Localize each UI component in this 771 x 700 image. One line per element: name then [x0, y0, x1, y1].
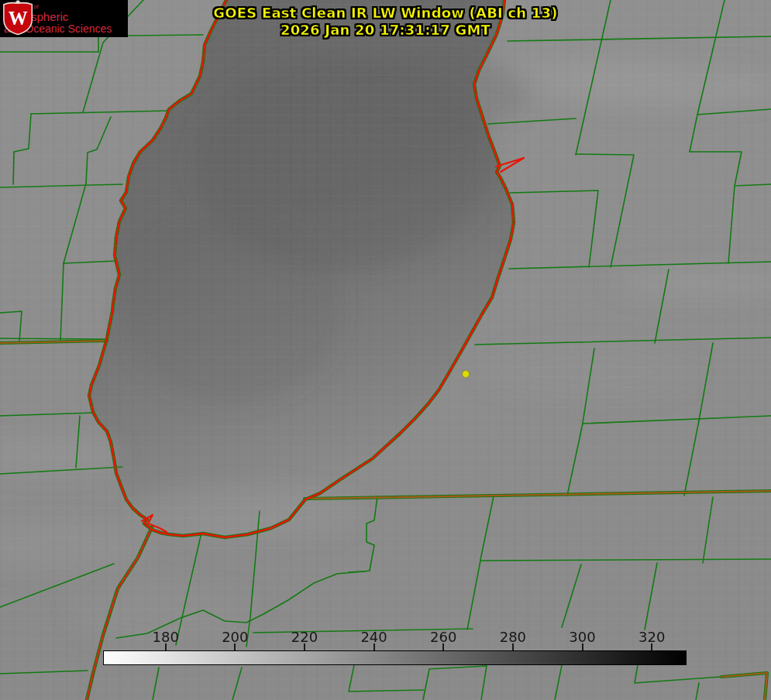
uw-aos-logo-bar: W Department of Atmospheric and Oceanic … [0, 0, 128, 37]
svg-text:W: W [9, 8, 28, 29]
satellite-image-viewport: 180200220240260280300320 W Department of… [0, 0, 771, 700]
uw-crest-icon: W [2, 0, 34, 36]
goes-ir-satellite-map [0, 0, 771, 700]
station-marker-dot [463, 371, 470, 378]
